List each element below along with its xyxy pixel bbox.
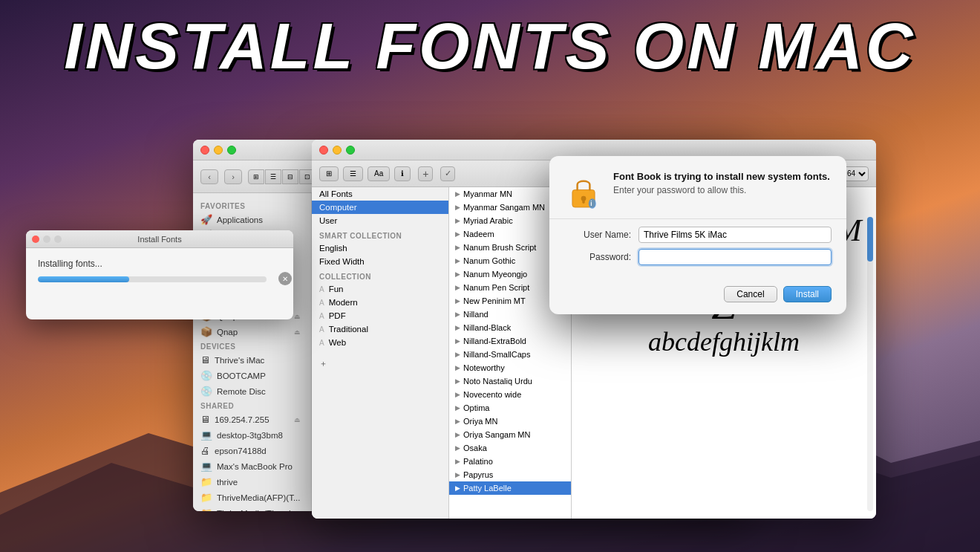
fun-bullet: A	[319, 285, 324, 293]
smart-collection-header: Smart Collection	[312, 227, 448, 241]
macbook-icon: 💻	[200, 461, 212, 472]
auth-subtitle: Enter your password to allow this.	[613, 185, 830, 195]
column-view-btn[interactable]: ⊟	[282, 169, 298, 184]
fontbook-minimize[interactable]	[333, 146, 342, 155]
font-papyrus[interactable]: ▶ Papyrus	[449, 468, 571, 481]
password-row: Password:	[564, 249, 832, 265]
font-noto-nastaliq[interactable]: ▶ Noto Nastaliq Urdu	[449, 374, 571, 388]
auth-form: User Name: Password:	[549, 219, 846, 279]
font-noteworthy[interactable]: ▶ Noteworthy	[449, 361, 571, 374]
all-fonts-label: All Fonts	[319, 189, 353, 198]
fontbook-aa-btn[interactable]: Aa	[368, 166, 390, 181]
arrow-novecento: ▶	[455, 391, 460, 398]
fontbook-maximize[interactable]	[346, 146, 355, 155]
svg-text:i: i	[590, 200, 592, 207]
desktop-icon: 💻	[200, 429, 212, 441]
cancel-button[interactable]: Cancel	[724, 286, 777, 302]
english-label: English	[319, 244, 347, 253]
font-optima[interactable]: ▶ Optima	[449, 401, 571, 415]
fun-label: Fun	[329, 285, 344, 293]
font-patty-labelle[interactable]: ▶ Patty LaBelle	[449, 481, 571, 495]
font-novecento[interactable]: ▶ Novecento wide	[449, 388, 571, 401]
username-input[interactable]	[638, 227, 832, 243]
fontbook-add-btn[interactable]: +	[418, 166, 433, 181]
install-min[interactable]	[43, 236, 50, 243]
install-dialog-title: Install Fonts	[26, 235, 293, 244]
fontbook-grid-view[interactable]: ⊞	[319, 166, 339, 181]
install-button[interactable]: Install	[783, 286, 832, 302]
fb-fixed-width[interactable]: Fixed Width	[312, 255, 448, 268]
font-name-nilland-smallcaps: Nilland-SmallCaps	[463, 350, 530, 359]
sidebar-item-applications[interactable]: 🚀 Applications	[193, 212, 311, 227]
font-name-osaka: Osaka	[463, 444, 487, 452]
network-icon: 🖥	[200, 414, 210, 425]
fb-traditional[interactable]: A Traditional	[312, 322, 448, 336]
fontbook-close[interactable]	[319, 146, 328, 155]
back-button[interactable]: ‹	[200, 169, 218, 184]
install-titlebar: Install Fonts	[26, 230, 293, 248]
fontbook-check-btn[interactable]: ✓	[440, 166, 455, 181]
minimize-button[interactable]	[214, 146, 223, 155]
preview-scrollbar[interactable]	[867, 217, 873, 511]
progress-cancel-btn[interactable]: ✕	[278, 272, 292, 285]
font-name-nanum-pen: Nanum Pen Script	[463, 283, 529, 292]
arrow-nanum-brush: ▶	[455, 244, 460, 251]
font-name-nadeem: Nadeem	[463, 230, 494, 238]
lock-icon: i	[564, 172, 603, 211]
font-palatino[interactable]: ▶ Palatino	[449, 455, 571, 468]
install-max[interactable]	[54, 236, 62, 243]
font-oriya-sangam[interactable]: ▶ Oriya Sangam MN	[449, 428, 571, 441]
fb-all-fonts[interactable]: All Fonts	[312, 187, 448, 201]
sidebar-item-thrivemedia-thunde[interactable]: 📁 ThriveMedia(Thunde...	[193, 505, 311, 511]
list-view-btn[interactable]: ☰	[265, 169, 281, 184]
fb-add-collection[interactable]: ＋	[312, 355, 448, 372]
arrow-myriad-arabic: ▶	[455, 217, 460, 224]
font-name-patty-labelle: Patty LaBelle	[463, 484, 512, 493]
thrivemedia-thunde-icon: 📁	[200, 507, 212, 511]
password-label: Password:	[564, 252, 631, 262]
progress-fill	[38, 276, 129, 282]
font-nilland-black[interactable]: ▶ Nilland-Black	[449, 321, 571, 334]
fb-user[interactable]: User	[312, 214, 448, 227]
fontbook-size-select[interactable]: 64	[843, 166, 869, 181]
font-name-myanmar-sangam-mn: Myanmar Sangam MN	[463, 203, 545, 212]
thrivemedia-afp-icon: 📁	[200, 492, 212, 503]
arrow-osaka: ▶	[455, 444, 460, 452]
font-name-noteworthy: Noteworthy	[463, 363, 505, 372]
sidebar-item-imac[interactable]: 🖥 Thrive's iMac	[193, 352, 311, 368]
sidebar-item-qnap2[interactable]: 📦 Qnap ⏏	[193, 324, 311, 340]
sidebar-item-bootcamp[interactable]: 💿 BOOTCAMP	[193, 368, 311, 383]
sidebar-item-ip[interactable]: 🖥 169.254.7.255 ⏏	[193, 412, 311, 427]
arrow-nadeem: ▶	[455, 230, 460, 238]
sidebar-item-thrivemedia-afp[interactable]: 📁 ThriveMedia(AFP)(T...	[193, 490, 311, 505]
maximize-button[interactable]	[227, 146, 236, 155]
arrow-patty-labelle: ▶	[455, 484, 460, 492]
arrow-palatino: ▶	[455, 458, 460, 465]
fontbook-list-view[interactable]: ☰	[343, 166, 363, 181]
font-osaka[interactable]: ▶ Osaka	[449, 441, 571, 455]
auth-buttons: Cancel Install	[549, 279, 846, 314]
sidebar-item-thrive[interactable]: 📁 thrive	[193, 474, 311, 490]
icon-view-btn[interactable]: ⊞	[248, 169, 264, 184]
font-name-myanmar-mn: Myanmar MN	[463, 189, 512, 198]
fb-web[interactable]: A Web	[312, 336, 448, 349]
fb-modern[interactable]: A Modern	[312, 296, 448, 309]
font-nilland-extrabold[interactable]: ▶ Nilland-ExtraBold	[449, 334, 571, 348]
font-oriya-mn[interactable]: ▶ Oriya MN	[449, 415, 571, 428]
install-close[interactable]	[32, 236, 39, 243]
thrive-icon: 📁	[200, 476, 212, 487]
fb-fun[interactable]: A Fun	[312, 282, 448, 296]
sidebar-item-desktop[interactable]: 💻 desktop-3tg3bm8	[193, 427, 311, 443]
fontbook-info-btn[interactable]: ℹ	[394, 166, 411, 181]
fb-pdf[interactable]: A PDF	[312, 309, 448, 322]
sidebar-item-macbook[interactable]: 💻 Max's MacBook Pro	[193, 458, 311, 474]
sidebar-item-epson[interactable]: 🖨 epson74188d	[193, 443, 311, 458]
bootcamp-icon: 💿	[200, 370, 212, 381]
font-nilland-smallcaps[interactable]: ▶ Nilland-SmallCaps	[449, 348, 571, 361]
password-input[interactable]	[638, 249, 832, 265]
sidebar-item-remote-disc[interactable]: 💿 Remote Disc	[193, 383, 311, 399]
close-button[interactable]	[200, 146, 209, 155]
forward-button[interactable]: ›	[224, 169, 242, 184]
fb-computer[interactable]: Computer	[312, 201, 448, 214]
fb-english[interactable]: English	[312, 241, 448, 255]
